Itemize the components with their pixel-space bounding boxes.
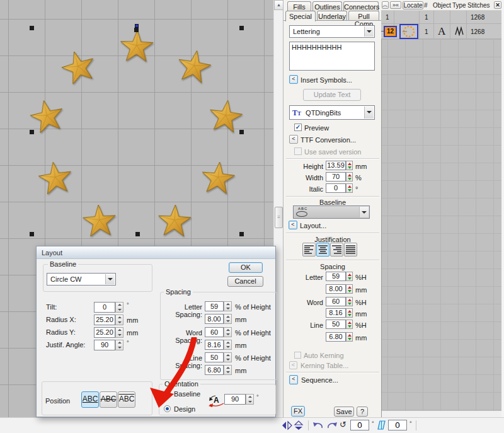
line-spacing-pct-field[interactable]: 50 bbox=[205, 352, 224, 362]
line-spacing-mm-field[interactable]: 6.80 bbox=[205, 365, 224, 375]
radius-x-field[interactable]: 25.20 bbox=[94, 315, 115, 325]
word-spacing-mm-field[interactable]: 8.16 bbox=[205, 340, 224, 350]
italic-stepper[interactable] bbox=[346, 183, 353, 193]
embroidered-star[interactable] bbox=[198, 158, 238, 200]
collapse-button[interactable]: ︿ bbox=[382, 1, 389, 9]
orientation-angle-field[interactable]: 90 bbox=[224, 394, 246, 405]
selection-handle[interactable] bbox=[239, 26, 244, 30]
tab-outlines[interactable]: Outlines bbox=[312, 1, 342, 11]
word-spacing-mm-field[interactable]: 8.16 bbox=[326, 308, 346, 318]
rotate-by-angle-icon[interactable]: ↺ bbox=[340, 420, 346, 429]
embroidered-star[interactable] bbox=[35, 158, 76, 200]
sequence-button[interactable]: < bbox=[289, 375, 298, 384]
selection-handle[interactable] bbox=[30, 232, 34, 236]
chevron-down-icon[interactable] bbox=[364, 107, 374, 118]
selection-handle[interactable] bbox=[134, 28, 139, 32]
skew-angle-input[interactable] bbox=[388, 420, 407, 430]
position-overline-button[interactable]: ABC bbox=[118, 391, 135, 408]
chevron-down-icon[interactable] bbox=[364, 26, 374, 37]
selection-handle[interactable] bbox=[239, 130, 244, 134]
cancel-button[interactable]: Cancel bbox=[227, 276, 263, 287]
update-text-button[interactable]: Update Text bbox=[303, 89, 361, 101]
ttf-conversion-button[interactable]: < bbox=[289, 135, 298, 144]
dialog-titlebar[interactable]: Layout bbox=[37, 246, 275, 259]
selection-handle[interactable] bbox=[30, 26, 34, 30]
line-spacing-pct-field[interactable]: 50 bbox=[326, 320, 346, 329]
justify-left-button[interactable] bbox=[302, 243, 316, 257]
word-spacing-pct-field[interactable]: 60 bbox=[326, 297, 346, 306]
tab-connectors[interactable]: Connectors bbox=[343, 1, 379, 11]
rotate-ccw-icon[interactable] bbox=[312, 421, 324, 431]
fx-button[interactable]: FX bbox=[291, 406, 305, 417]
thread-color-badge[interactable]: 12 bbox=[384, 26, 397, 37]
embroidered-star[interactable] bbox=[118, 28, 155, 67]
line-spacing-pct-stepper[interactable] bbox=[346, 320, 353, 329]
scroll-thumb[interactable]: ≡ bbox=[275, 207, 283, 228]
radius-y-field[interactable]: 25.20 bbox=[94, 327, 115, 338]
embroidered-star[interactable] bbox=[81, 202, 118, 242]
skew-icon[interactable] bbox=[377, 420, 386, 432]
tab-fills[interactable]: Fills bbox=[287, 1, 311, 11]
object-thumbnail[interactable] bbox=[399, 24, 418, 39]
lettering-text-input[interactable]: HHHHHHHHHH bbox=[289, 42, 375, 71]
word-spacing-mm-stepper[interactable] bbox=[346, 308, 353, 318]
justify-full-button[interactable] bbox=[344, 243, 357, 257]
selection-handle[interactable] bbox=[30, 130, 34, 134]
letter-spacing-pct-stepper[interactable] bbox=[346, 272, 353, 281]
chevron-down-icon[interactable] bbox=[359, 207, 369, 217]
baseline-select[interactable]: ABC bbox=[293, 205, 370, 219]
help-button[interactable]: ? bbox=[357, 407, 368, 417]
letter-spacing-mm-field[interactable]: 8.00 bbox=[326, 284, 346, 294]
close-button[interactable]: ✕ bbox=[494, 1, 501, 9]
mirror-vertical-icon[interactable] bbox=[294, 420, 304, 432]
orientation-design-radio[interactable] bbox=[164, 405, 171, 412]
justif-angle-field[interactable]: 90 bbox=[94, 340, 115, 350]
justify-center-button[interactable] bbox=[316, 243, 329, 257]
shrink-button[interactable]: »« bbox=[390, 1, 401, 9]
layout-button[interactable]: < bbox=[289, 221, 297, 229]
rotate-cw-icon[interactable] bbox=[326, 421, 338, 431]
orientation-angle-stepper[interactable] bbox=[246, 394, 254, 405]
line-spacing-mm-stepper[interactable] bbox=[346, 332, 353, 342]
radius-x-stepper[interactable] bbox=[115, 315, 123, 325]
embroidered-star[interactable] bbox=[173, 46, 215, 89]
justif-angle-stepper[interactable] bbox=[115, 340, 123, 350]
use-saved-version-checkbox[interactable] bbox=[294, 147, 302, 155]
insert-symbols-button[interactable]: < bbox=[289, 75, 298, 84]
word-spacing-mm-stepper[interactable] bbox=[224, 340, 232, 350]
tab-special[interactable]: Special bbox=[285, 11, 316, 21]
width-field[interactable]: 70 bbox=[326, 172, 346, 182]
save-button[interactable]: Save bbox=[334, 407, 354, 417]
locate-button[interactable]: Locate bbox=[403, 1, 423, 9]
object-row[interactable]: 12 1 A 1268 bbox=[381, 24, 501, 39]
chevron-down-icon[interactable] bbox=[105, 274, 115, 284]
letter-spacing-mm-stepper[interactable] bbox=[346, 284, 353, 294]
rotate-angle-input[interactable] bbox=[350, 420, 369, 430]
object-type-select[interactable]: Lettering bbox=[289, 25, 375, 38]
scroll-up-button[interactable]: ▲ bbox=[274, 0, 284, 10]
mirror-horizontal-icon[interactable] bbox=[282, 420, 292, 432]
selection-handle[interactable] bbox=[135, 232, 140, 236]
auto-kerning-checkbox[interactable] bbox=[294, 352, 301, 359]
height-stepper[interactable] bbox=[346, 161, 353, 170]
line-spacing-mm-stepper[interactable] bbox=[224, 365, 232, 375]
justify-right-button[interactable] bbox=[330, 243, 343, 257]
letter-spacing-pct-field[interactable]: 59 bbox=[326, 272, 346, 281]
embroidered-star[interactable] bbox=[57, 45, 101, 91]
width-stepper[interactable] bbox=[346, 172, 353, 182]
ok-button[interactable]: OK bbox=[229, 262, 263, 273]
word-spacing-pct-stepper[interactable] bbox=[224, 327, 232, 337]
orientation-baseline-radio[interactable] bbox=[164, 390, 171, 397]
tilt-stepper[interactable] bbox=[115, 302, 123, 313]
tilt-field[interactable]: 0 bbox=[94, 302, 115, 313]
line-spacing-mm-field[interactable]: 6.80 bbox=[326, 332, 346, 342]
letter-spacing-pct-stepper[interactable] bbox=[224, 301, 232, 311]
position-baseline-button[interactable]: ABC bbox=[81, 391, 99, 408]
letter-spacing-mm-stepper[interactable] bbox=[224, 314, 232, 324]
height-field[interactable]: 13.59 bbox=[326, 161, 346, 170]
italic-field[interactable]: 0 bbox=[326, 183, 346, 193]
rotation-handle[interactable] bbox=[135, 24, 139, 28]
group-row[interactable]: 1 1 1268 bbox=[381, 11, 501, 24]
preview-checkbox[interactable]: ✓ bbox=[294, 124, 302, 131]
font-select[interactable]: TT QTDingBits bbox=[289, 105, 375, 120]
